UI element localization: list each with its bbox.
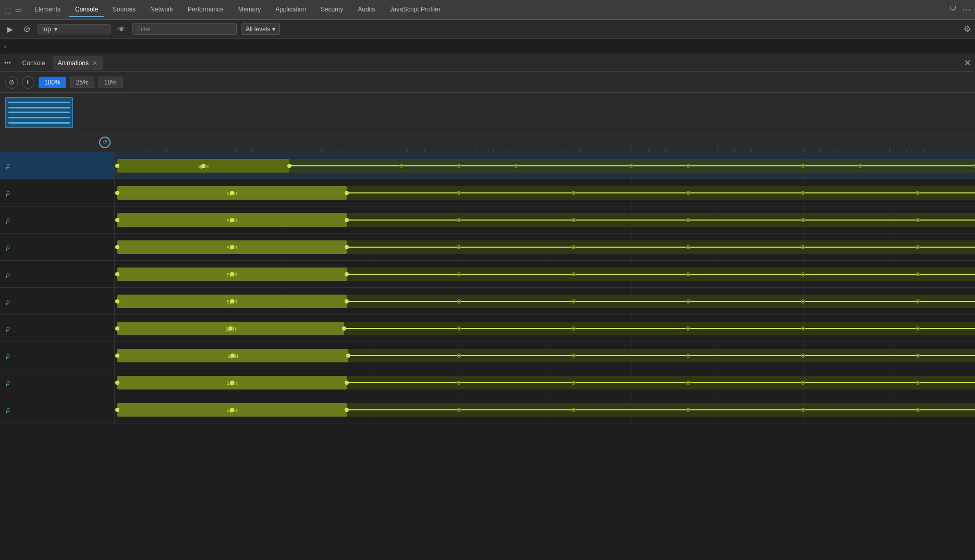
pause-animation-button[interactable]: ⏸ <box>22 76 34 89</box>
animation-row[interactable]: pspin <box>0 315 975 342</box>
keyframe-dot <box>457 354 461 358</box>
animation-row-label: p <box>0 315 115 342</box>
keyframe-dot <box>230 381 234 385</box>
keyframe-dot <box>916 408 920 412</box>
keyframe-dot <box>801 299 805 303</box>
keyframe-dot <box>686 408 690 412</box>
keyframe-dot <box>457 408 461 412</box>
tab-security[interactable]: Security <box>314 3 349 17</box>
keyframe-dot <box>916 299 920 303</box>
speed-25-button[interactable]: 25% <box>70 77 94 88</box>
animation-row[interactable]: pspin <box>0 152 975 179</box>
ruler-mark: 3.50 s <box>717 148 717 152</box>
keyframe-dot <box>916 272 920 276</box>
tab-performance[interactable]: Performance <box>181 3 230 17</box>
device-icon[interactable]: ▭ <box>15 6 22 14</box>
keyframe-dot <box>686 272 690 276</box>
keyframe-dot <box>345 299 349 303</box>
animation-row-track: spin <box>115 261 975 287</box>
close-panel-button[interactable]: ✕ <box>964 58 971 68</box>
animation-row[interactable]: pspin <box>0 261 975 288</box>
keyframe-dot <box>801 326 805 331</box>
tab-network[interactable]: Network <box>144 3 179 17</box>
sidebar-toggle-button[interactable]: ▶ <box>4 23 16 35</box>
animation-row[interactable]: pspin <box>0 396 975 423</box>
animation-rows: pspinpspinpspinpspinpspinpspinpspinpspin… <box>0 152 975 560</box>
keyframe-dot <box>346 354 350 358</box>
eye-icon-button[interactable]: 👁 <box>115 23 128 35</box>
stop-animation-button[interactable]: ⊘ <box>5 76 18 89</box>
panel-tabs-right: ✕ <box>964 58 971 68</box>
tab-application[interactable]: Application <box>269 3 312 17</box>
keyframe-dot <box>399 164 404 168</box>
preview-line-4 <box>8 117 70 118</box>
animation-row[interactable]: pspin <box>0 369 975 396</box>
clear-console-button[interactable]: ⊘ <box>20 22 33 36</box>
feedback-icon[interactable]: 🗨 <box>949 5 956 15</box>
panel-tab-more-icon[interactable]: ••• <box>4 59 11 67</box>
keyframe-dot <box>228 326 233 331</box>
ruler-mark: 1.50 s <box>373 148 373 152</box>
levels-dropdown[interactable]: All levels ▾ <box>241 23 280 35</box>
speed-10-button[interactable]: 10% <box>99 77 123 88</box>
tab-sources[interactable]: Sources <box>106 3 142 17</box>
tab-audits[interactable]: Audits <box>351 3 381 17</box>
animation-row-track: spin <box>115 288 975 314</box>
animation-row[interactable]: pspin <box>0 206 975 234</box>
animation-row-label: p <box>0 288 115 314</box>
keyframe-dot <box>686 218 690 222</box>
keyframe-dot <box>514 164 518 168</box>
keyframe-dot <box>571 245 576 249</box>
ruler-mark: 2.00 s <box>459 148 459 152</box>
tab-bar: ⬚ ▭ Elements Console Sources Network Per… <box>0 0 975 20</box>
context-value: top <box>42 26 51 33</box>
keyframe-dot <box>230 408 234 412</box>
keyframe-dot <box>201 164 205 168</box>
ruler-mark: 4.50 s <box>889 148 889 152</box>
animation-row[interactable]: pspin <box>0 179 975 206</box>
keyframe-dot <box>345 272 349 276</box>
tab-bar-icons: ⬚ ▭ <box>4 6 22 14</box>
keyframe-dot <box>916 191 920 195</box>
keyframe-dot <box>345 218 349 222</box>
panel-tab-console[interactable]: Console <box>17 56 51 70</box>
cursor-icon[interactable]: ⬚ <box>4 6 11 14</box>
panel-tab-close-button[interactable]: ✕ <box>92 59 98 67</box>
tab-js-profiler[interactable]: JavaScript Profiler <box>384 3 447 17</box>
keyframe-dot <box>457 299 461 303</box>
keyframe-dot <box>801 381 805 385</box>
animation-row-track: spin <box>115 315 975 342</box>
tab-memory[interactable]: Memory <box>232 3 267 17</box>
tab-elements[interactable]: Elements <box>28 3 67 17</box>
animation-row[interactable]: pspin <box>0 234 975 261</box>
keyframe-dot <box>345 381 349 385</box>
animation-row-label: p <box>0 179 115 206</box>
keyframe-dot <box>230 245 234 249</box>
keyframe-dot <box>457 164 461 168</box>
console-toolbar: ▶ ⊘ top ▾ 👁 All levels ▾ ⚙ <box>0 20 975 39</box>
keyframe-dot <box>801 164 805 168</box>
settings-button[interactable]: ⚙ <box>964 24 971 34</box>
speed-100-button[interactable]: 100% <box>39 77 66 88</box>
tab-console[interactable]: Console <box>69 3 104 17</box>
animation-row-label: p <box>0 369 115 396</box>
animation-row-label: p <box>0 152 115 179</box>
filter-input[interactable] <box>132 23 237 35</box>
preview-line-3 <box>8 112 70 113</box>
keyframe-dot <box>686 354 690 358</box>
keyframe-dot <box>115 272 119 276</box>
replay-button[interactable]: ↺ <box>99 137 111 148</box>
keyframe-dot <box>801 218 805 222</box>
keyframe-dot <box>457 245 461 249</box>
keyframe-dot <box>686 245 690 249</box>
animation-row[interactable]: pspin <box>0 288 975 315</box>
keyframe-dot <box>230 272 234 276</box>
more-options-icon[interactable]: ⋯ <box>962 5 971 15</box>
context-selector[interactable]: top ▾ <box>38 24 111 34</box>
keyframe-dot <box>115 191 119 195</box>
animation-row[interactable]: pspin <box>0 342 975 369</box>
keyframe-dot <box>801 354 805 358</box>
keyframe-dot <box>457 381 461 385</box>
panel-tab-animations[interactable]: Animations ✕ <box>53 56 103 70</box>
keyframe-dot <box>115 354 119 358</box>
